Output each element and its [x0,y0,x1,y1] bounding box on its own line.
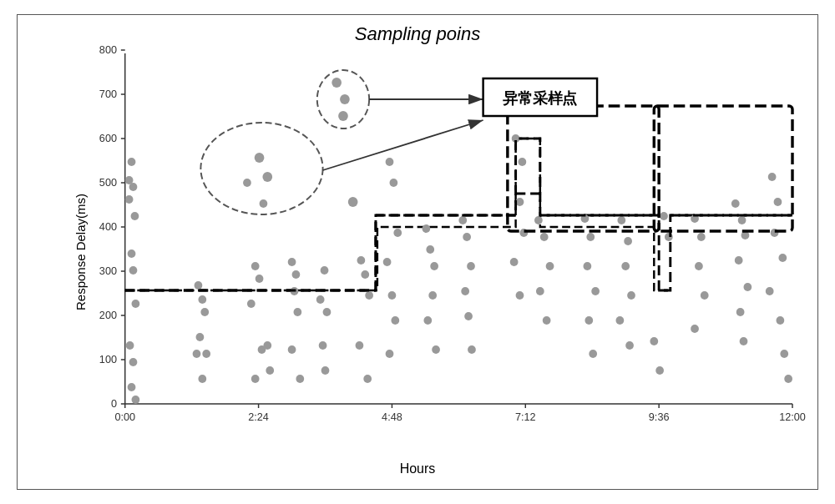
svg-point-33 [128,158,136,166]
svg-point-79 [365,291,373,300]
svg-point-96 [463,233,471,241]
svg-point-73 [331,78,342,88]
svg-text:500: 500 [99,176,117,189]
svg-point-83 [390,179,398,187]
svg-point-67 [316,295,325,304]
x-axis-label: Hours [400,461,436,476]
svg-point-131 [701,291,709,300]
svg-point-110 [536,287,544,295]
svg-point-68 [323,308,331,316]
svg-point-139 [740,337,748,345]
svg-point-102 [519,158,527,166]
svg-rect-148 [508,106,659,231]
svg-point-64 [288,345,296,354]
svg-point-61 [292,270,301,279]
svg-point-91 [430,262,438,270]
svg-text:2:24: 2:24 [248,411,269,423]
svg-point-54 [247,300,256,308]
svg-point-84 [393,229,402,237]
svg-point-36 [131,212,139,220]
svg-point-80 [356,341,364,350]
svg-line-153 [323,120,483,170]
svg-point-118 [617,216,625,224]
svg-text:9:36: 9:36 [649,411,670,423]
svg-point-75 [338,111,348,121]
svg-point-144 [766,287,774,295]
svg-point-129 [697,233,706,241]
svg-point-52 [251,262,260,270]
svg-point-90 [426,245,434,254]
svg-point-88 [386,350,394,358]
svg-point-111 [543,316,551,325]
svg-point-137 [744,283,752,291]
svg-point-65 [296,375,304,383]
svg-point-85 [383,258,392,266]
svg-point-66 [321,266,329,275]
svg-point-37 [128,249,136,258]
svg-point-98 [461,287,469,295]
svg-text:12:00: 12:00 [779,411,806,423]
svg-point-146 [780,350,788,358]
svg-point-78 [361,270,369,279]
svg-text:异常采样点: 异常采样点 [503,90,577,107]
svg-point-41 [129,358,138,366]
svg-point-143 [778,254,787,262]
svg-point-42 [128,383,136,391]
svg-point-69 [319,341,327,350]
svg-text:800: 800 [99,43,117,56]
svg-point-35 [125,195,134,204]
svg-point-43 [132,396,140,404]
svg-point-126 [660,212,668,220]
svg-point-109 [546,262,554,270]
svg-text:700: 700 [99,88,117,100]
svg-point-38 [129,266,138,275]
svg-point-70 [321,366,330,375]
svg-point-103 [516,198,524,206]
svg-point-107 [534,216,543,224]
svg-point-123 [625,341,634,350]
svg-point-95 [458,216,467,224]
svg-point-71 [255,153,265,163]
svg-point-77 [357,256,366,265]
svg-point-133 [731,199,740,208]
svg-point-145 [777,316,785,325]
svg-point-39 [132,300,140,308]
svg-point-136 [735,256,743,265]
svg-point-81 [363,375,372,383]
svg-point-45 [198,295,206,304]
svg-point-141 [774,198,782,206]
svg-point-56 [251,375,260,383]
svg-point-97 [467,262,475,270]
svg-point-51 [243,179,251,187]
svg-point-92 [428,291,437,300]
svg-point-125 [655,366,664,375]
svg-point-117 [589,350,597,358]
svg-point-47 [196,333,205,341]
chart-svg: 0 100 200 300 400 500 600 700 800 [84,53,792,437]
svg-point-121 [627,291,635,300]
svg-text:7:12: 7:12 [515,411,536,423]
svg-point-53 [256,275,264,283]
svg-point-100 [468,345,476,354]
svg-text:600: 600 [99,132,117,144]
svg-text:300: 300 [99,265,117,277]
svg-point-105 [510,258,519,266]
svg-point-60 [288,258,296,266]
chart-title: Sampling poins [26,23,809,45]
svg-rect-149 [654,106,792,231]
svg-point-50 [202,350,210,358]
svg-text:0:00: 0:00 [114,411,135,423]
svg-point-132 [691,325,699,333]
svg-point-48 [193,350,201,358]
svg-point-87 [391,316,399,325]
svg-point-134 [738,216,746,224]
svg-point-76 [348,197,358,207]
svg-point-119 [624,237,632,245]
svg-point-120 [621,262,630,270]
svg-text:200: 200 [99,309,117,321]
svg-point-49 [198,375,206,383]
svg-point-115 [591,287,600,295]
svg-point-113 [586,233,595,241]
svg-point-124 [650,337,658,345]
svg-point-72 [262,172,272,182]
